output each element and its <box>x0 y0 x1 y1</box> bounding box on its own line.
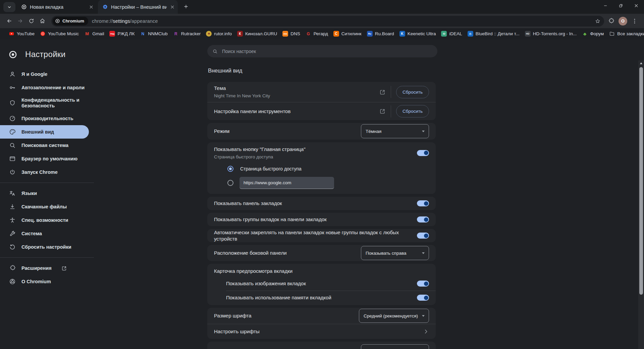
forward-button[interactable] <box>15 16 25 26</box>
sidebar-item-puzzle[interactable]: Расширения <box>0 261 89 275</box>
mode-select[interactable]: Тёмная <box>361 124 429 138</box>
sidebar-item-label: Спец. возможности <box>21 217 68 223</box>
close-icon <box>634 3 639 8</box>
bookmark-item[interactable]: ♣Форум <box>579 30 606 38</box>
mode-row: Режим Тёмная <box>207 123 436 140</box>
sidebar-item-reset[interactable]: Сбросить настройки <box>0 240 89 254</box>
home-button[interactable] <box>37 16 47 26</box>
bookmark-item[interactable]: YouTube <box>6 30 37 38</box>
theme-reset-button[interactable]: Сбросить <box>396 86 429 98</box>
bookmark-item[interactable]: RRutracker <box>170 30 204 38</box>
favicon: N <box>140 31 146 37</box>
menu-kebab-icon[interactable] <box>631 18 638 24</box>
minimize-button[interactable] <box>598 0 613 11</box>
profile-avatar[interactable]: O <box>619 17 627 26</box>
sidebar-item-wrench[interactable]: Система <box>0 227 89 240</box>
site-chip[interactable]: Chromium <box>53 17 88 26</box>
sidebar-item-chromium[interactable]: О Chromium <box>0 275 89 288</box>
favicon: ♣ <box>582 31 588 37</box>
accessibility-icon <box>9 217 16 223</box>
address-bar[interactable]: Chromium chrome://settings/appearance <box>51 16 604 27</box>
bookmark-item[interactable]: BBlueBird :: Детали т... <box>465 30 522 38</box>
sidebar-item-palette[interactable]: Внешний вид <box>0 125 89 139</box>
bookmark-item[interactable]: KKeenetic Ultra <box>397 30 439 38</box>
tab-search-button[interactable] <box>3 2 15 12</box>
browser-icon <box>9 155 16 162</box>
home-button-toggle[interactable] <box>417 150 429 156</box>
font-size-select[interactable]: Средний (рекомендуется) <box>359 309 429 323</box>
url-text: chrome://settings/appearance <box>92 18 158 24</box>
bookmark-item[interactable]: YouTube Music <box>37 30 82 38</box>
bookmark-item[interactable]: РЖДРЖД ЛК <box>107 30 137 38</box>
bookmark-item[interactable]: ССитилинк <box>331 30 364 38</box>
customize-fonts-row[interactable]: Настроить шрифты <box>207 324 436 339</box>
sidebar-item-key[interactable]: Автозаполнение и пароли <box>0 81 89 94</box>
sidebar-item-power[interactable]: Запуск Chrome <box>0 165 89 179</box>
sidebar-item-label: Я и Google <box>21 71 47 77</box>
radio-ntp-label: Страница быстрого доступа <box>240 166 302 171</box>
radio-row-custom-url[interactable]: https://www.google.com <box>207 175 436 194</box>
bookmark-item[interactable]: ККинозал.GURU <box>234 30 280 38</box>
back-button[interactable] <box>4 16 14 26</box>
auto-pin-toggle[interactable] <box>417 233 429 239</box>
sidebar-item-label: О Chromium <box>21 279 51 284</box>
scrollbar-up-arrow[interactable] <box>638 60 644 66</box>
show-bookmarks-toggle[interactable] <box>417 200 429 206</box>
extensions-icon[interactable] <box>608 18 614 24</box>
bookmark-item[interactable]: HDHD-Torrents.org - In... <box>522 30 580 38</box>
bookmark-item[interactable]: iDiDEAL <box>438 30 465 38</box>
tab-preview-memory-toggle[interactable] <box>417 295 429 301</box>
sidebar-item-accessibility[interactable]: Спец. возможности <box>0 213 89 227</box>
new-tab-button[interactable] <box>181 2 191 12</box>
tab-preview-images-toggle[interactable] <box>417 281 429 287</box>
show-bookmarks-row: Показывать панель закладок <box>207 197 436 210</box>
close-window-button[interactable] <box>629 0 644 11</box>
sidebar-item-browser[interactable]: Браузер по умолчанию <box>0 152 89 165</box>
page-scrollbar[interactable] <box>638 60 644 349</box>
tab-preview-memory-label: Показывать использование памяти вкладкой <box>226 294 417 301</box>
card-auto-pin: Автоматически закреплять на панели закла… <box>207 229 436 242</box>
sidebar-item-translate[interactable]: Языки <box>0 187 89 200</box>
radio-selected[interactable] <box>227 166 233 172</box>
bookmark-item[interactable]: MGmail <box>82 30 107 38</box>
tab-groups-toggle[interactable] <box>417 216 429 222</box>
open-in-new-icon[interactable] <box>379 89 386 95</box>
radio-row-ntp[interactable]: Страница быстрого доступа <box>207 163 436 175</box>
tab-new-tab[interactable]: Новая вкладка <box>17 0 97 14</box>
radio-unselected[interactable] <box>227 180 233 186</box>
bookmark-item[interactable]: ✦rutor.info <box>203 30 234 38</box>
restore-button[interactable] <box>613 0 629 11</box>
home-url-input[interactable]: https://www.google.com <box>239 177 334 189</box>
theme-row[interactable]: Тема Night Time In New York City Сбросит… <box>207 82 436 102</box>
tab-settings-appearance[interactable]: Настройки – Внешний вид <box>98 0 178 14</box>
toolbar-reset-button[interactable]: Сбросить <box>396 105 429 117</box>
reload-button[interactable] <box>26 16 36 26</box>
side-panel-select[interactable]: Показывать справа <box>361 246 429 260</box>
bookmark-item[interactable]: NNNMClub <box>137 30 170 38</box>
open-in-new-icon[interactable] <box>379 108 386 114</box>
card-fonts: Размер шрифта Средний (рекомендуется) На… <box>207 308 436 339</box>
bookmark-item[interactable]: DNSDNS <box>280 30 303 38</box>
favicon: R <box>173 31 179 37</box>
tab-close-icon[interactable] <box>170 4 175 10</box>
bookmark-star-icon[interactable] <box>595 18 601 24</box>
scrollbar-thumb[interactable] <box>639 67 643 295</box>
bookmark-label: Gmail <box>92 31 104 36</box>
tab-close-icon[interactable] <box>89 4 94 10</box>
sidebar-item-search[interactable]: Поисковая система <box>0 139 89 152</box>
bookmark-item[interactable]: GРегард <box>303 30 331 38</box>
power-icon <box>9 169 16 176</box>
sidebar-item-person[interactable]: Я и Google <box>0 67 89 81</box>
page-zoom-select[interactable]: 100% <box>361 344 429 349</box>
vertical-separator <box>391 105 391 117</box>
font-size-label: Размер шрифта <box>214 312 359 319</box>
sidebar-item-download[interactable]: Скачанные файлы <box>0 200 89 213</box>
toolbar-customize-row[interactable]: Настройка панели инструментов Сбросить <box>207 102 436 120</box>
tab-title: Новая вкладка <box>30 4 86 10</box>
all-bookmarks-button[interactable]: Все закладки <box>606 30 644 38</box>
sidebar-item-speedometer[interactable]: Производительность <box>0 112 89 125</box>
settings-search-input[interactable]: Поиск настроек <box>207 45 437 57</box>
bookmark-item[interactable]: RuRu.Board <box>364 30 397 38</box>
favicon: HD <box>525 31 531 37</box>
sidebar-item-shield[interactable]: Конфиденциальность и безопасность <box>0 94 89 112</box>
